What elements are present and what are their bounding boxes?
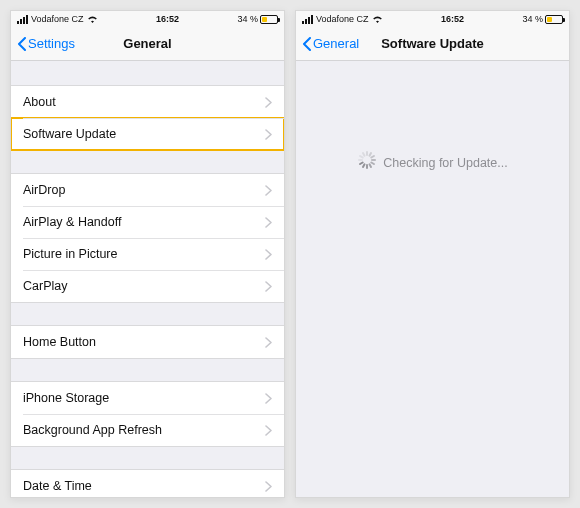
row-label: Date & Time — [23, 479, 265, 493]
carrier-label: Vodafone CZ — [31, 14, 84, 24]
status-time: 16:52 — [383, 14, 523, 24]
phone-general: Vodafone CZ 16:52 34 % Settings General … — [10, 10, 285, 498]
general-content: About Software Update AirDrop AirPlay & … — [11, 61, 284, 497]
carrier-label: Vodafone CZ — [316, 14, 369, 24]
nav-bar: General Software Update — [296, 27, 569, 61]
row-about[interactable]: About — [11, 86, 284, 118]
row-date-time[interactable]: Date & Time — [11, 470, 284, 497]
row-label: Software Update — [23, 127, 265, 141]
back-button[interactable]: General — [302, 36, 359, 51]
row-label: AirPlay & Handoff — [23, 215, 265, 229]
chevron-right-icon — [265, 129, 272, 140]
row-airplay-handoff[interactable]: AirPlay & Handoff — [11, 206, 284, 238]
battery-pct: 34 % — [522, 14, 543, 24]
chevron-left-icon — [302, 37, 311, 51]
row-label: Background App Refresh — [23, 423, 265, 437]
signal-icon — [17, 15, 28, 24]
chevron-right-icon — [265, 217, 272, 228]
row-iphone-storage[interactable]: iPhone Storage — [11, 382, 284, 414]
checking-state: Checking for Update... — [296, 61, 569, 497]
status-bar: Vodafone CZ 16:52 34 % — [296, 11, 569, 27]
chevron-right-icon — [265, 249, 272, 260]
group-date: Date & Time Keyboard — [11, 469, 284, 497]
wifi-icon — [372, 15, 383, 24]
phone-software-update: Vodafone CZ 16:52 34 % General Software … — [295, 10, 570, 498]
status-left: Vodafone CZ — [302, 14, 383, 24]
status-time: 16:52 — [98, 14, 238, 24]
row-label: iPhone Storage — [23, 391, 265, 405]
row-home-button[interactable]: Home Button — [11, 326, 284, 358]
back-button[interactable]: Settings — [17, 36, 75, 51]
chevron-right-icon — [265, 281, 272, 292]
checking-text: Checking for Update... — [383, 156, 507, 170]
back-label: Settings — [28, 36, 75, 51]
battery-icon — [260, 15, 278, 24]
status-right: 34 % — [237, 14, 278, 24]
group-home: Home Button — [11, 325, 284, 359]
spinner-icon — [357, 151, 375, 169]
row-label: AirDrop — [23, 183, 265, 197]
battery-icon — [545, 15, 563, 24]
chevron-right-icon — [265, 337, 272, 348]
signal-icon — [302, 15, 313, 24]
row-background-app-refresh[interactable]: Background App Refresh — [11, 414, 284, 446]
row-airdrop[interactable]: AirDrop — [11, 174, 284, 206]
chevron-right-icon — [265, 97, 272, 108]
group-storage: iPhone Storage Background App Refresh — [11, 381, 284, 447]
status-left: Vodafone CZ — [17, 14, 98, 24]
status-bar: Vodafone CZ 16:52 34 % — [11, 11, 284, 27]
row-label: CarPlay — [23, 279, 265, 293]
row-software-update[interactable]: Software Update — [11, 118, 284, 150]
chevron-left-icon — [17, 37, 26, 51]
row-carplay[interactable]: CarPlay — [11, 270, 284, 302]
nav-bar: Settings General — [11, 27, 284, 61]
battery-pct: 34 % — [237, 14, 258, 24]
status-right: 34 % — [522, 14, 563, 24]
back-label: General — [313, 36, 359, 51]
group-airplay: AirDrop AirPlay & Handoff Picture in Pic… — [11, 173, 284, 303]
software-update-content: Checking for Update... — [296, 61, 569, 497]
chevron-right-icon — [265, 393, 272, 404]
group-about: About Software Update — [11, 85, 284, 151]
chevron-right-icon — [265, 185, 272, 196]
chevron-right-icon — [265, 425, 272, 436]
row-label: Home Button — [23, 335, 265, 349]
chevron-right-icon — [265, 481, 272, 492]
row-label: About — [23, 95, 265, 109]
row-label: Picture in Picture — [23, 247, 265, 261]
row-picture-in-picture[interactable]: Picture in Picture — [11, 238, 284, 270]
wifi-icon — [87, 15, 98, 24]
